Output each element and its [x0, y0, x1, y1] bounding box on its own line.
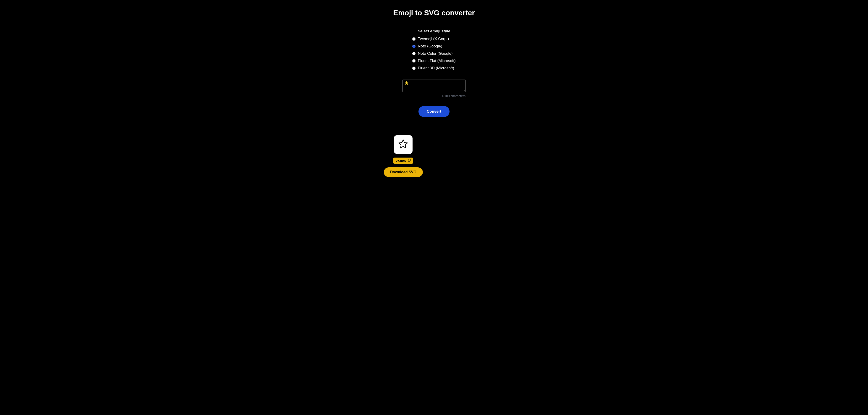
radio-option-twemoji[interactable]: Twemoji (X Corp.) — [412, 37, 456, 41]
emoji-input[interactable] — [402, 79, 466, 92]
clipboard-icon — [408, 159, 411, 163]
results-area: U+2B50 Download SVG — [297, 135, 571, 177]
radio-label: Fluent 3D (Microsoft) — [418, 66, 454, 70]
radio-label: Noto Color (Google) — [418, 51, 453, 56]
svg-rect-0 — [409, 159, 410, 161]
radio-input-twemoji[interactable] — [412, 37, 415, 41]
style-section: Select emoji style Twemoji (X Corp.) Not… — [412, 29, 456, 70]
input-block: 1/100 characters — [402, 79, 466, 98]
download-svg-button[interactable]: Download SVG — [384, 167, 423, 177]
radio-option-fluent-3d[interactable]: Fluent 3D (Microsoft) — [412, 66, 456, 70]
radio-label: Noto (Google) — [418, 44, 442, 48]
codepoint-copy-button[interactable]: U+2B50 — [393, 158, 413, 164]
radio-label: Fluent Flat (Microsoft) — [418, 59, 456, 63]
radio-option-noto-color[interactable]: Noto Color (Google) — [412, 51, 456, 56]
radio-option-fluent-flat[interactable]: Fluent Flat (Microsoft) — [412, 59, 456, 63]
radio-list: Twemoji (X Corp.) Noto (Google) Noto Col… — [412, 37, 456, 70]
star-icon — [398, 138, 409, 151]
codepoint-label: U+2B50 — [395, 159, 406, 162]
convert-button[interactable]: Convert — [418, 106, 450, 117]
char-counter: 1/100 characters — [402, 94, 466, 98]
radio-input-noto[interactable] — [412, 45, 415, 48]
radio-label: Twemoji (X Corp.) — [418, 37, 449, 41]
style-heading: Select emoji style — [412, 29, 456, 34]
radio-option-noto[interactable]: Noto (Google) — [412, 44, 456, 48]
radio-input-fluent-3d[interactable] — [412, 67, 415, 70]
radio-input-noto-color[interactable] — [412, 52, 415, 55]
result-card: U+2B50 Download SVG — [384, 135, 423, 177]
radio-input-fluent-flat[interactable] — [412, 59, 415, 63]
page-title: Emoji to SVG converter — [393, 9, 475, 17]
svg-preview — [394, 135, 412, 154]
